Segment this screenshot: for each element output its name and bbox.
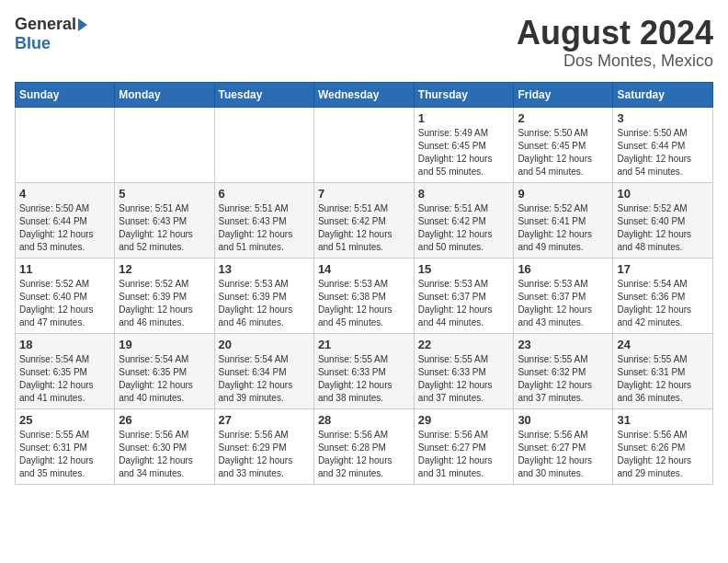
day-number: 1 [418,111,510,125]
day-info: Sunrise: 5:53 AM Sunset: 6:37 PM Dayligh… [418,278,510,329]
day-info: Sunrise: 5:55 AM Sunset: 6:31 PM Dayligh… [617,353,709,405]
calendar-cell [115,107,214,182]
header-day-friday: Friday [514,82,613,107]
logo-arrow-icon [78,18,87,31]
day-number: 19 [119,338,210,351]
day-info: Sunrise: 5:50 AM Sunset: 6:44 PM Dayligh… [617,127,709,178]
calendar-cell: 15Sunrise: 5:53 AM Sunset: 6:37 PM Dayli… [414,258,514,333]
day-info: Sunrise: 5:54 AM Sunset: 6:34 PM Dayligh… [219,353,310,405]
day-info: Sunrise: 5:53 AM Sunset: 6:38 PM Dayligh… [318,278,410,329]
calendar-cell: 14Sunrise: 5:53 AM Sunset: 6:38 PM Dayli… [313,258,414,333]
day-info: Sunrise: 5:53 AM Sunset: 6:37 PM Dayligh… [518,278,609,329]
day-info: Sunrise: 5:55 AM Sunset: 6:31 PM Dayligh… [19,429,110,480]
calendar-cell: 17Sunrise: 5:54 AM Sunset: 6:36 PM Dayli… [613,258,713,333]
header-day-tuesday: Tuesday [214,82,313,107]
day-number: 23 [518,338,609,351]
week-row-1: 1Sunrise: 5:49 AM Sunset: 6:45 PM Daylig… [16,107,713,182]
calendar-cell [214,107,313,182]
calendar-cell: 8Sunrise: 5:51 AM Sunset: 6:42 PM Daylig… [414,182,514,258]
day-info: Sunrise: 5:51 AM Sunset: 6:42 PM Dayligh… [318,202,410,254]
day-info: Sunrise: 5:54 AM Sunset: 6:35 PM Dayligh… [119,353,210,405]
calendar-cell: 30Sunrise: 5:56 AM Sunset: 6:27 PM Dayli… [514,408,613,484]
day-number: 30 [518,413,609,427]
day-number: 16 [518,262,609,276]
day-info: Sunrise: 5:56 AM Sunset: 6:27 PM Dayligh… [518,429,609,480]
calendar-cell: 21Sunrise: 5:55 AM Sunset: 6:33 PM Dayli… [313,333,414,408]
calendar-cell: 22Sunrise: 5:55 AM Sunset: 6:33 PM Dayli… [414,333,514,408]
day-info: Sunrise: 5:51 AM Sunset: 6:42 PM Dayligh… [418,202,510,254]
calendar-cell: 31Sunrise: 5:56 AM Sunset: 6:26 PM Dayli… [613,408,713,484]
calendar-cell: 2Sunrise: 5:50 AM Sunset: 6:45 PM Daylig… [514,107,613,182]
day-info: Sunrise: 5:53 AM Sunset: 6:39 PM Dayligh… [219,278,310,329]
calendar-cell: 20Sunrise: 5:54 AM Sunset: 6:34 PM Dayli… [214,333,313,408]
day-number: 26 [119,413,210,427]
day-number: 15 [418,262,510,276]
day-info: Sunrise: 5:55 AM Sunset: 6:32 PM Dayligh… [518,353,609,405]
week-row-3: 11Sunrise: 5:52 AM Sunset: 6:40 PM Dayli… [16,258,713,333]
week-row-5: 25Sunrise: 5:55 AM Sunset: 6:31 PM Dayli… [16,408,713,484]
day-info: Sunrise: 5:56 AM Sunset: 6:27 PM Dayligh… [418,429,510,480]
day-number: 2 [518,111,609,125]
calendar-cell [313,107,414,182]
header-day-saturday: Saturday [613,82,713,107]
day-number: 21 [318,338,410,351]
day-info: Sunrise: 5:55 AM Sunset: 6:33 PM Dayligh… [318,353,410,405]
day-info: Sunrise: 5:51 AM Sunset: 6:43 PM Dayligh… [219,202,310,254]
page-title: August 2024 [517,15,713,52]
day-number: 13 [219,262,310,276]
calendar-cell: 1Sunrise: 5:49 AM Sunset: 6:45 PM Daylig… [414,107,514,182]
day-number: 12 [119,262,210,276]
calendar-cell: 4Sunrise: 5:50 AM Sunset: 6:44 PM Daylig… [16,182,115,258]
day-info: Sunrise: 5:52 AM Sunset: 6:40 PM Dayligh… [617,202,709,254]
page-header: General Blue August 2024 Dos Montes, Mex… [15,15,713,71]
day-info: Sunrise: 5:56 AM Sunset: 6:28 PM Dayligh… [318,429,410,480]
calendar-cell: 6Sunrise: 5:51 AM Sunset: 6:43 PM Daylig… [214,182,313,258]
day-info: Sunrise: 5:52 AM Sunset: 6:39 PM Dayligh… [119,278,210,329]
logo: General Blue [15,15,87,53]
day-info: Sunrise: 5:56 AM Sunset: 6:26 PM Dayligh… [617,429,709,480]
day-number: 31 [617,413,709,427]
day-number: 9 [518,187,609,201]
day-number: 24 [617,338,709,351]
day-info: Sunrise: 5:50 AM Sunset: 6:45 PM Dayligh… [518,127,609,178]
day-number: 17 [617,262,709,276]
calendar-cell: 11Sunrise: 5:52 AM Sunset: 6:40 PM Dayli… [16,258,115,333]
day-number: 8 [418,187,510,201]
header-day-sunday: Sunday [16,82,115,107]
day-number: 3 [617,111,709,125]
day-info: Sunrise: 5:54 AM Sunset: 6:35 PM Dayligh… [19,353,110,405]
day-info: Sunrise: 5:55 AM Sunset: 6:33 PM Dayligh… [418,353,510,405]
calendar-cell: 3Sunrise: 5:50 AM Sunset: 6:44 PM Daylig… [613,107,713,182]
day-number: 14 [318,262,410,276]
day-number: 28 [318,413,410,427]
calendar-cell: 16Sunrise: 5:53 AM Sunset: 6:37 PM Dayli… [514,258,613,333]
calendar-cell: 10Sunrise: 5:52 AM Sunset: 6:40 PM Dayli… [613,182,713,258]
day-info: Sunrise: 5:52 AM Sunset: 6:41 PM Dayligh… [518,202,609,254]
calendar-cell: 7Sunrise: 5:51 AM Sunset: 6:42 PM Daylig… [313,182,414,258]
calendar-cell: 24Sunrise: 5:55 AM Sunset: 6:31 PM Dayli… [613,333,713,408]
calendar-cell [16,107,115,182]
day-number: 7 [318,187,410,201]
calendar-cell: 28Sunrise: 5:56 AM Sunset: 6:28 PM Dayli… [313,408,414,484]
day-number: 6 [219,187,310,201]
day-number: 22 [418,338,510,351]
day-number: 20 [219,338,310,351]
calendar-cell: 19Sunrise: 5:54 AM Sunset: 6:35 PM Dayli… [115,333,214,408]
week-row-2: 4Sunrise: 5:50 AM Sunset: 6:44 PM Daylig… [16,182,713,258]
logo-blue-text: Blue [15,34,51,52]
header-day-monday: Monday [115,82,214,107]
day-info: Sunrise: 5:52 AM Sunset: 6:40 PM Dayligh… [19,278,110,329]
calendar-cell: 9Sunrise: 5:52 AM Sunset: 6:41 PM Daylig… [514,182,613,258]
calendar-cell: 13Sunrise: 5:53 AM Sunset: 6:39 PM Dayli… [214,258,313,333]
header-row: SundayMondayTuesdayWednesdayThursdayFrid… [16,82,713,107]
day-number: 25 [19,413,110,427]
day-info: Sunrise: 5:56 AM Sunset: 6:29 PM Dayligh… [219,429,310,480]
day-info: Sunrise: 5:56 AM Sunset: 6:30 PM Dayligh… [119,429,210,480]
day-number: 10 [617,187,709,201]
day-info: Sunrise: 5:50 AM Sunset: 6:44 PM Dayligh… [19,202,110,254]
day-number: 29 [418,413,510,427]
day-info: Sunrise: 5:54 AM Sunset: 6:36 PM Dayligh… [617,278,709,329]
calendar-cell: 25Sunrise: 5:55 AM Sunset: 6:31 PM Dayli… [16,408,115,484]
day-info: Sunrise: 5:51 AM Sunset: 6:43 PM Dayligh… [119,202,210,254]
calendar-cell: 26Sunrise: 5:56 AM Sunset: 6:30 PM Dayli… [115,408,214,484]
